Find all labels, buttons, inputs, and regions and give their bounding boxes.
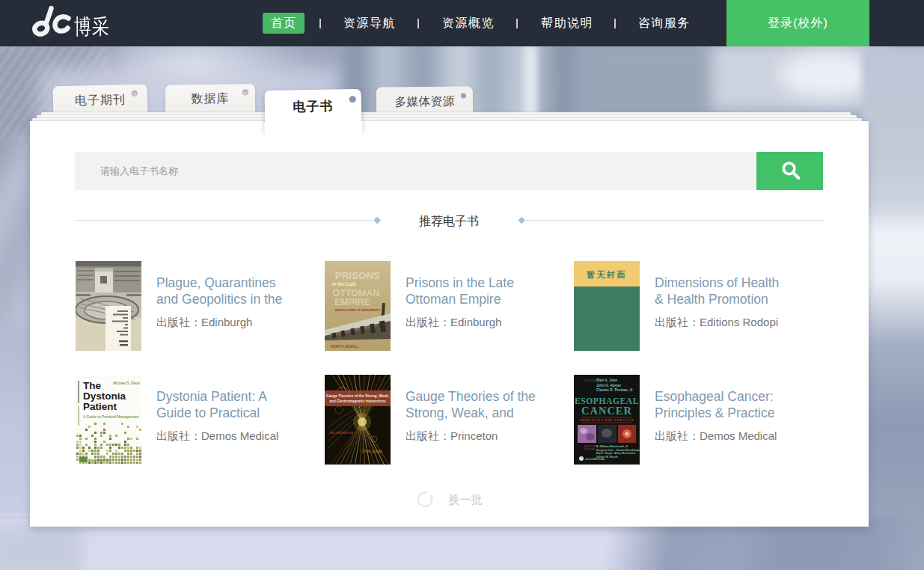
svg-text:A. William Blackstock, Jr: A. William Blackstock, Jr (596, 445, 628, 448)
svg-text:EDITORS: EDITORS (584, 379, 596, 382)
svg-text:PRINCIPLES AND PRACTICE: PRINCIPLES AND PRACTICE (579, 418, 634, 422)
svg-text:Chris Quigg: Chris Quigg (361, 449, 382, 453)
svg-text:Gauge Theories of the Strong,: Gauge Theories of the Strong, Weak, (326, 394, 390, 398)
svg-text:EMPIRE: EMPIRE (334, 297, 370, 307)
svg-text:EDITORS: EDITORS (584, 448, 595, 451)
svg-text:Raj K. Goyal · Brian Reed Lane: Raj K. Goyal · Brian Reed Lane (596, 452, 636, 455)
svg-text:CANCER: CANCER (581, 405, 632, 417)
svg-text:SECOND EDITION: SECOND EDITION (330, 432, 353, 435)
svg-text:in the Late: in the Late (332, 281, 357, 286)
svg-text:demosMEDICAL: demosMEDICAL (585, 458, 605, 461)
svg-text:MICROCOSMS OF MODERNITY: MICROCOSMS OF MODERNITY (335, 308, 380, 312)
svg-text:KENT F. SCHULL: KENT F. SCHULL (331, 345, 358, 349)
svg-text:and Electromagnetic Interactio: and Electromagnetic Interactions (329, 399, 386, 403)
svg-text:PRISONS: PRISONS (335, 270, 381, 281)
svg-text:Michael S. Okun: Michael S. Okun (113, 381, 140, 385)
svg-text:暂无封面: 暂无封面 (586, 270, 627, 279)
svg-text:A Guide to Practical Managemen: A Guide to Practical Management (83, 415, 139, 419)
svg-text:Patient: Patient (83, 401, 117, 412)
svg-text:The: The (83, 380, 101, 391)
svg-text:Blair A. Jobe: Blair A. Jobe (596, 379, 617, 382)
svg-text:Dystonia: Dystonia (83, 390, 126, 402)
svg-text:John G. Hunter: John G. Hunter (596, 384, 621, 387)
svg-text:Gregory Cote · Claude Deschamp: Gregory Cote · Claude Deschamps (596, 449, 640, 452)
svg-text:demosMEDICAL: demosMEDICAL (89, 459, 111, 462)
svg-text:Charles R. Thomas, Jr: Charles R. Thomas, Jr (596, 388, 633, 392)
